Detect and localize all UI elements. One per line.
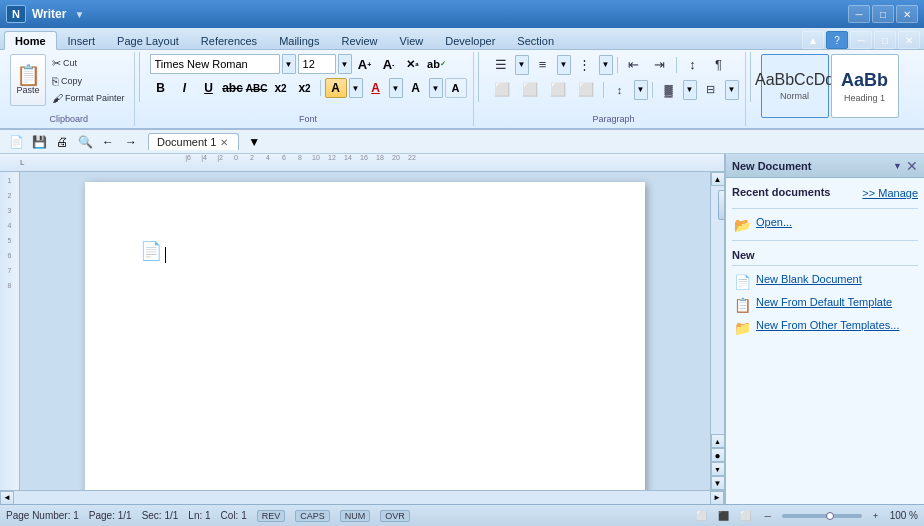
format-painter-button[interactable]: 🖌 Format Painter [49, 90, 128, 106]
font-bgcolor-button[interactable]: A [405, 78, 427, 98]
shading-button[interactable]: ▓ [657, 81, 681, 99]
font-color-button[interactable]: A [365, 78, 387, 98]
paragraph-marks-button[interactable]: ¶ [707, 54, 731, 75]
paste-button[interactable]: 📋 Paste [10, 54, 46, 106]
new-doc-button[interactable]: 📄 [6, 133, 26, 151]
main-restore[interactable]: □ [874, 31, 896, 49]
view-normal-btn[interactable]: ⬜ [694, 508, 710, 524]
window-close[interactable]: ✕ [896, 5, 918, 23]
manage-link[interactable]: >> Manage [862, 187, 918, 199]
sort-button[interactable]: ↕ [681, 54, 705, 75]
scrollbar-nav-dot[interactable]: ● [711, 448, 725, 462]
scrollbar-prev-page[interactable]: ▲ [711, 434, 725, 448]
font-shrink-button[interactable]: A- [378, 54, 400, 74]
indent-increase-button[interactable]: ⇥ [648, 54, 672, 75]
list-outline-button[interactable]: ⋮ [573, 54, 597, 75]
main-minimize[interactable]: ─ [850, 31, 872, 49]
bold-button[interactable]: B [150, 78, 172, 98]
superscript-button[interactable]: x2 [294, 78, 316, 98]
font-color-dropdown[interactable]: ▼ [389, 78, 403, 98]
tab-references[interactable]: References [190, 31, 268, 49]
view-web-btn[interactable]: ⬜ [738, 508, 754, 524]
panel-dropdown-btn[interactable]: ▼ [893, 161, 902, 171]
line-spacing-dropdown[interactable]: ▼ [634, 80, 648, 100]
list-number-button[interactable]: ≡ [531, 54, 555, 75]
tab-home[interactable]: Home [4, 31, 57, 50]
tab-insert[interactable]: Insert [57, 31, 107, 49]
undo-button[interactable]: ← [98, 133, 118, 151]
spell-button[interactable]: ab✓ [426, 54, 448, 74]
underline-button[interactable]: U [198, 78, 220, 98]
subscript-button[interactable]: x2 [270, 78, 292, 98]
tab-developer[interactable]: Developer [434, 31, 506, 49]
window-restore[interactable]: □ [872, 5, 894, 23]
tab-mailings[interactable]: Mailings [268, 31, 330, 49]
doc-tab-close[interactable]: ✕ [220, 137, 228, 148]
scrollbar-next-page[interactable]: ▼ [711, 462, 725, 476]
help-btn[interactable]: ? [826, 31, 848, 49]
new-blank-item[interactable]: 📄 New Blank Document [732, 270, 918, 293]
doc-page[interactable]: 📄 [85, 182, 645, 490]
list-number-dropdown[interactable]: ▼ [557, 55, 571, 75]
zoom-slider[interactable] [782, 514, 862, 518]
align-right-button[interactable]: ⬜ [545, 79, 571, 100]
font-name-input[interactable] [150, 54, 280, 74]
list-outline-dropdown[interactable]: ▼ [599, 55, 613, 75]
ribbon-expand[interactable]: ▲ [802, 31, 824, 49]
font-size-dropdown[interactable]: ▼ [338, 54, 352, 74]
scrollbar-up[interactable]: ▲ [711, 172, 725, 186]
template-dropdown-button[interactable]: ▼ [244, 133, 264, 151]
copy-button[interactable]: ⎘ Copy [49, 73, 128, 89]
print-button[interactable]: 🖨 [52, 133, 72, 151]
font-size-input[interactable] [298, 54, 336, 74]
panel-close-btn[interactable]: ✕ [906, 158, 918, 174]
align-center-button[interactable]: ⬜ [517, 79, 543, 100]
align-left-button[interactable]: ⬜ [489, 79, 515, 100]
strikethrough-button[interactable]: abc [222, 78, 244, 98]
indent-decrease-button[interactable]: ⇤ [622, 54, 646, 75]
tab-view[interactable]: View [389, 31, 435, 49]
save-button[interactable]: 💾 [29, 133, 49, 151]
scrollbar-down[interactable]: ▼ [711, 476, 725, 490]
doc-tab[interactable]: Document 1 ✕ [148, 133, 239, 150]
list-bullet-dropdown[interactable]: ▼ [515, 55, 529, 75]
align-justify-button[interactable]: ⬜ [573, 79, 599, 100]
style-normal[interactable]: AaBbCcDd Normal [761, 54, 829, 118]
highlight-button[interactable]: A [325, 78, 347, 98]
cut-button[interactable]: ✂ Cut [49, 55, 128, 72]
doc-content[interactable]: 📄 [20, 172, 710, 490]
rev-badge[interactable]: REV [257, 510, 286, 522]
app-menu-dropdown[interactable]: ▼ [74, 9, 84, 20]
double-strikethrough-button[interactable]: ABC [246, 78, 268, 98]
hscroll-left[interactable]: ◄ [0, 491, 14, 505]
find-button[interactable]: 🔍 [75, 133, 95, 151]
borders-button[interactable]: ⊟ [699, 80, 723, 99]
redo-button[interactable]: → [121, 133, 141, 151]
ovr-badge[interactable]: OVR [380, 510, 410, 522]
list-bullet-button[interactable]: ☰ [489, 54, 513, 75]
text-effect-button[interactable]: A [445, 78, 467, 98]
new-from-default-item[interactable]: 📋 New From Default Template [732, 293, 918, 316]
app-logo[interactable]: N [6, 5, 26, 23]
style-heading1[interactable]: AaBb Heading 1 [831, 54, 899, 118]
font-grow-button[interactable]: A+ [354, 54, 376, 74]
new-from-other-item[interactable]: 📁 New From Other Templates... [732, 316, 918, 339]
view-layout-btn[interactable]: ⬛ [716, 508, 732, 524]
highlight-dropdown[interactable]: ▼ [349, 78, 363, 98]
zoom-thumb[interactable] [826, 512, 834, 520]
open-link[interactable]: 📂 Open... [732, 213, 918, 236]
tab-page-layout[interactable]: Page Layout [106, 31, 190, 49]
scrollbar-thumb[interactable] [718, 190, 725, 220]
hscroll-right[interactable]: ► [710, 491, 724, 505]
tab-section[interactable]: Section [506, 31, 565, 49]
caps-badge[interactable]: CAPS [295, 510, 330, 522]
zoom-minus-btn[interactable]: ─ [760, 508, 776, 524]
italic-button[interactable]: I [174, 78, 196, 98]
tab-review[interactable]: Review [330, 31, 388, 49]
num-badge[interactable]: NUM [340, 510, 371, 522]
zoom-plus-btn[interactable]: + [868, 508, 884, 524]
line-spacing-button[interactable]: ↕ [608, 81, 632, 99]
window-minimize[interactable]: ─ [848, 5, 870, 23]
shading-dropdown[interactable]: ▼ [683, 80, 697, 100]
font-name-dropdown[interactable]: ▼ [282, 54, 296, 74]
